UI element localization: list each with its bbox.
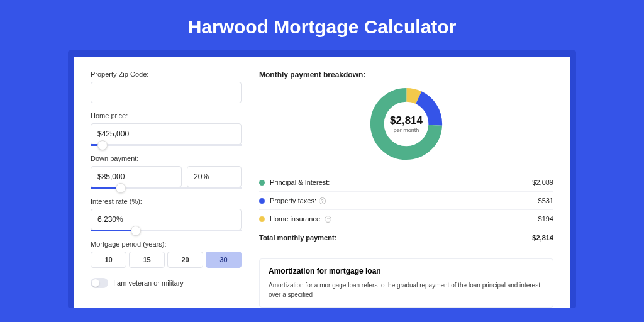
slider-thumb[interactable]: [116, 183, 126, 193]
breakdown-item-value: $2,089: [532, 179, 553, 186]
zip-input[interactable]: [91, 82, 242, 103]
breakdown-item-label: Principal & Interest:: [270, 179, 532, 186]
donut-chart: $2,814 per month: [368, 86, 445, 162]
interest-rate-group: Interest rate (%):: [91, 197, 242, 231]
interest-rate-slider[interactable]: [91, 230, 242, 231]
amortization-text: Amortization for a mortgage loan refers …: [269, 280, 544, 299]
toggle-knob: [92, 279, 99, 287]
breakdown-item-label: Home insurance:?: [270, 215, 538, 223]
period-option-30[interactable]: 30: [206, 252, 242, 268]
donut-center-sub: per month: [394, 127, 419, 133]
period-group: Mortgage period (years): 10152030: [91, 240, 242, 268]
interest-rate-label: Interest rate (%):: [91, 197, 242, 205]
breakdown-total-row: Total monthly payment: $2,814: [259, 228, 553, 247]
interest-rate-input[interactable]: [91, 209, 242, 230]
veteran-toggle-row: I am veteran or military: [91, 278, 242, 288]
period-option-15[interactable]: 15: [129, 252, 165, 268]
info-icon[interactable]: ?: [319, 197, 326, 204]
zip-label: Property Zip Code:: [91, 70, 242, 78]
down-payment-percent-input[interactable]: [187, 166, 242, 187]
breakdown-title: Monthly payment breakdown:: [259, 70, 553, 79]
period-option-20[interactable]: 20: [167, 252, 203, 268]
breakdown-list: Principal & Interest:$2,089Property taxe…: [259, 174, 553, 228]
form-column: Property Zip Code: Home price: Down paym…: [91, 70, 242, 308]
breakdown-row: Home insurance:?$194: [259, 210, 553, 228]
info-icon[interactable]: ?: [325, 216, 331, 223]
donut-center-amount: $2,814: [390, 114, 423, 127]
breakdown-row: Property taxes:?$531: [259, 192, 553, 210]
breakdown-total-label: Total monthly payment:: [259, 234, 532, 242]
home-price-group: Home price:: [91, 112, 242, 146]
home-price-label: Home price:: [91, 112, 242, 119]
slider-thumb[interactable]: [97, 140, 108, 150]
down-payment-label: Down payment:: [91, 155, 242, 162]
breakdown-item-value: $194: [538, 215, 553, 223]
period-option-10[interactable]: 10: [91, 252, 126, 268]
legend-dot: [259, 180, 265, 186]
breakdown-item-value: $531: [538, 197, 553, 204]
period-label: Mortgage period (years):: [91, 240, 242, 248]
amortization-title: Amortization for mortgage loan: [269, 267, 544, 275]
donut-chart-wrap: $2,814 per month: [259, 86, 553, 162]
legend-dot: [259, 216, 265, 222]
veteran-label: I am veteran or military: [113, 279, 184, 287]
breakdown-item-label: Property taxes:?: [270, 197, 538, 204]
amortization-card: Amortization for mortgage loan Amortizat…: [259, 258, 553, 308]
breakdown-row: Principal & Interest:$2,089: [259, 174, 553, 192]
slider-thumb[interactable]: [131, 226, 141, 236]
down-payment-slider[interactable]: [91, 187, 242, 189]
calculator-card-outer: Property Zip Code: Home price: Down paym…: [68, 50, 576, 308]
zip-field-group: Property Zip Code:: [91, 70, 242, 103]
calculator-card: Property Zip Code: Home price: Down paym…: [74, 57, 570, 308]
breakdown-total-value: $2,814: [532, 234, 553, 242]
veteran-toggle[interactable]: [91, 278, 108, 288]
legend-dot: [259, 198, 265, 204]
page-title: Harwood Mortgage Calculator: [0, 0, 644, 50]
down-payment-group: Down payment:: [91, 155, 242, 189]
period-options: 10152030: [91, 252, 242, 268]
home-price-slider[interactable]: [91, 144, 242, 146]
home-price-input[interactable]: [91, 123, 242, 145]
breakdown-column: Monthly payment breakdown: $2,814 per mo…: [259, 70, 553, 308]
down-payment-amount-input[interactable]: [91, 166, 182, 187]
